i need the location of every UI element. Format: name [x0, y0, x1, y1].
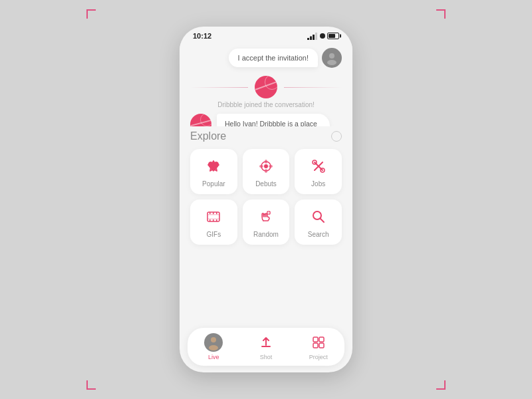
debuts-label: Debuts	[255, 180, 277, 188]
search-label: Search	[308, 231, 329, 238]
dribbble-divider	[190, 76, 342, 98]
random-label: Random	[253, 231, 279, 238]
jobs-label: Jobs	[311, 180, 325, 188]
phone-frame: 10:12 I a	[180, 27, 352, 372]
svg-point-11	[269, 165, 273, 168]
chat-area: I accept the invitation! Dribbble joined…	[180, 43, 352, 126]
search-icon	[308, 206, 329, 227]
explore-section: Explore Popular	[180, 126, 352, 245]
popular-label: Popular	[202, 180, 225, 188]
svg-point-29	[209, 345, 218, 350]
explore-circle[interactable]	[331, 131, 342, 142]
nav-item-project[interactable]: Project	[301, 333, 336, 360]
svg-rect-24	[216, 219, 217, 221]
gifs-label: GIFs	[206, 231, 221, 238]
svg-rect-0	[307, 38, 309, 40]
signal-icon	[307, 33, 318, 40]
dribbble-message: Hello Ivan! Dribbble is a place to show …	[217, 114, 330, 126]
svg-rect-18	[207, 218, 219, 219]
svg-point-28	[211, 337, 216, 342]
dribbble-avatar	[190, 114, 211, 126]
popular-icon	[203, 156, 224, 177]
bottom-nav: Live Shot	[188, 328, 344, 366]
status-time: 10:12	[193, 32, 211, 40]
svg-line-27	[320, 218, 324, 222]
svg-point-9	[265, 169, 267, 173]
svg-point-8	[265, 160, 267, 164]
grid-item-popular[interactable]: Popular	[190, 149, 237, 194]
shot-icon	[257, 333, 275, 352]
svg-point-5	[327, 60, 336, 65]
explore-header: Explore	[190, 130, 342, 142]
divider-left	[190, 87, 248, 88]
user-avatar	[322, 48, 342, 68]
dribbble-msg-row: Hello Ivan! Dribbble is a place to show …	[190, 114, 342, 126]
invite-bubble-row: I accept the invitation!	[190, 48, 342, 68]
joined-text: Dribbble joined the conversation!	[190, 101, 342, 108]
debuts-icon	[255, 156, 277, 177]
svg-rect-31	[319, 337, 324, 342]
svg-rect-3	[315, 33, 317, 40]
svg-rect-30	[313, 337, 318, 342]
svg-rect-21	[216, 212, 217, 214]
svg-rect-23	[213, 219, 214, 221]
svg-point-10	[259, 165, 263, 168]
status-icons	[307, 33, 339, 40]
invite-text: I accept the invitation!	[238, 54, 309, 62]
shot-label: Shot	[260, 354, 273, 360]
grid-item-gifs[interactable]: GIFs	[190, 200, 237, 245]
svg-point-4	[329, 53, 334, 59]
svg-rect-19	[209, 212, 211, 214]
grid-item-jobs[interactable]: Jobs	[295, 149, 342, 194]
svg-rect-22	[209, 219, 211, 221]
grid-item-debuts[interactable]: Debuts	[243, 149, 290, 194]
svg-rect-20	[213, 212, 214, 214]
svg-rect-33	[319, 343, 324, 348]
dribbble-ball-divider	[255, 76, 277, 98]
svg-rect-1	[310, 36, 312, 40]
nav-item-live[interactable]: Live	[196, 333, 231, 360]
invite-bubble: I accept the invitation!	[229, 49, 318, 67]
divider-right	[284, 87, 342, 88]
live-avatar	[204, 333, 223, 352]
svg-rect-2	[313, 35, 315, 40]
project-icon	[309, 333, 328, 352]
grid-item-random[interactable]: Random	[243, 200, 290, 245]
battery-icon	[327, 33, 339, 39]
wifi-icon	[320, 33, 325, 39]
random-icon	[255, 206, 277, 227]
grid-item-search[interactable]: Search	[295, 200, 342, 245]
jobs-icon	[308, 156, 329, 177]
gifs-icon	[203, 206, 224, 227]
explore-title: Explore	[190, 130, 226, 142]
live-label: Live	[208, 354, 219, 360]
project-label: Project	[309, 354, 328, 360]
svg-rect-32	[313, 343, 318, 348]
svg-point-7	[264, 164, 268, 168]
status-bar: 10:12	[180, 27, 352, 43]
explore-grid: Popular	[190, 149, 342, 245]
svg-rect-17	[207, 214, 219, 215]
nav-item-shot[interactable]: Shot	[249, 333, 283, 360]
